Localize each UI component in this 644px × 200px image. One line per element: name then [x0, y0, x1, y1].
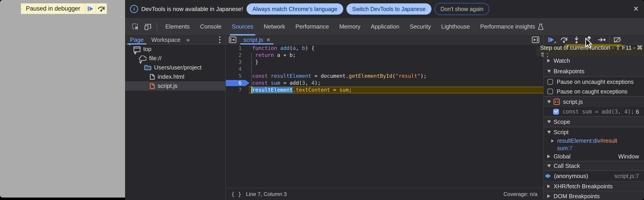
gutter-line-number[interactable]: 4	[226, 66, 246, 73]
scope-script-row[interactable]: Script	[544, 127, 644, 137]
token: sum	[340, 87, 349, 93]
code-line-3[interactable]: 3 }	[226, 59, 543, 66]
tab-sources[interactable]: Sources	[227, 18, 258, 35]
token	[268, 80, 271, 86]
breakpoints-section-header[interactable]: Breakpoints	[544, 66, 644, 76]
expander-open-icon[interactable]	[134, 55, 137, 62]
scope-var-value-tag: div	[593, 138, 600, 144]
code-text	[249, 66, 543, 73]
code-line-1[interactable]: 1function add(a, b) {	[226, 45, 543, 52]
code-text: const sum = add(3, 4);	[249, 80, 543, 86]
gutter-line-number[interactable]: 3	[226, 59, 246, 66]
xhr-breakpoints-label: XHR/fetch Breakpoints	[554, 183, 613, 190]
indent-guide	[251, 52, 252, 86]
gutter-line-number[interactable]: 1	[226, 45, 246, 52]
resume-button[interactable]	[545, 35, 558, 44]
tab-console[interactable]: Console	[195, 18, 226, 35]
scope-var-resultelement[interactable]: resultElement: div#result	[544, 137, 644, 145]
code-line-7[interactable]: 7resultElement.textContent = sum;	[226, 86, 543, 93]
token	[268, 73, 271, 79]
tab-security[interactable]: Security	[405, 18, 436, 35]
tab-network[interactable]: Network	[258, 18, 290, 35]
watch-label: Watch	[554, 57, 570, 64]
scope-var-sum[interactable]: sum: 7	[544, 145, 644, 152]
gutter-line-number[interactable]: 7	[226, 86, 246, 93]
token: = add(	[280, 80, 302, 86]
tree-item-users-user-project[interactable]: Users/user/project	[125, 63, 226, 72]
step-button[interactable]	[596, 35, 608, 44]
tree-item-script-js[interactable]: script.js	[125, 81, 226, 91]
match-language-button[interactable]: Always match Chrome's language	[246, 3, 343, 14]
sources-panel: Page Workspace » topfile://Users/user/pr…	[125, 35, 644, 200]
breakpoint-entry-row[interactable]: const sum = add(3, 4); 6	[544, 107, 644, 116]
code-line-6[interactable]: 6const sum = add(3, 4);	[226, 80, 543, 86]
code-line-4[interactable]: 4	[226, 66, 543, 73]
tab-lighthouse[interactable]: Lighthouse	[436, 18, 475, 35]
tab-memory[interactable]: Memory	[334, 18, 366, 35]
call-frame-location: script.js:7	[614, 173, 639, 180]
tab-elements[interactable]: Elements	[160, 18, 195, 35]
inspect-element-icon[interactable]	[132, 23, 139, 30]
pause-caught-row[interactable]: Pause on caught exceptions	[544, 87, 644, 96]
resume-script-icon[interactable]	[85, 4, 96, 13]
call-stack-section-header[interactable]: Call Stack	[544, 161, 644, 170]
line-number: 7	[238, 87, 242, 93]
code-line-5[interactable]: 5const resultElement = document.getEleme…	[226, 73, 543, 80]
deactivate-breakpoints-button[interactable]	[611, 35, 624, 44]
breakpoint-entry-code: const sum = add(3, 4);	[562, 109, 634, 115]
tab-workspace[interactable]: Workspace	[149, 35, 183, 44]
pause-uncaught-checkbox[interactable]	[547, 79, 553, 85]
script-file-icon	[554, 99, 560, 105]
code-editor[interactable]: 1function add(a, b) {2 return a + b;3 }4…	[226, 44, 543, 188]
tab-application[interactable]: Application	[366, 18, 404, 35]
tab-page[interactable]: Page	[127, 35, 146, 44]
tab-label: Performance insights	[480, 23, 535, 30]
navigator-menu-icon[interactable]	[218, 35, 221, 44]
token: = document.	[311, 73, 349, 79]
pause-caught-checkbox[interactable]	[547, 89, 553, 94]
token: const	[252, 73, 268, 79]
xhr-breakpoints-header[interactable]: XHR/fetch Breakpoints	[544, 182, 644, 191]
breakpoint-group-row[interactable]: script.js	[544, 97, 644, 107]
call-frame-row[interactable]: (anonymous) script.js:7	[544, 171, 644, 181]
hide-navigator-icon[interactable]	[228, 36, 237, 43]
browser-window: Paused in debugger i DevTools is now ava…	[0, 0, 644, 200]
step-into-button[interactable]	[570, 35, 583, 44]
infobar-close-icon[interactable]: ×	[634, 4, 638, 13]
code-line-2[interactable]: 2 return a + b;	[226, 52, 543, 59]
navigator-tabs: Page Workspace »	[125, 35, 226, 44]
code-text: const resultElement = document.getElemen…	[249, 73, 543, 80]
pretty-print-icon[interactable]: { }	[231, 191, 241, 198]
token: return	[255, 52, 274, 58]
line-number: 2	[238, 52, 242, 58]
expander-open-icon[interactable]	[139, 64, 142, 71]
token: ;	[349, 87, 352, 93]
expander-open-icon[interactable]	[128, 46, 131, 53]
scope-section-header[interactable]: Scope	[544, 117, 644, 127]
hide-debugger-sidebar-icon[interactable]	[532, 36, 540, 43]
more-tabs-icon[interactable]: »	[186, 36, 190, 43]
tab-close-icon[interactable]: ×	[266, 36, 270, 43]
tab-performance[interactable]: Performance	[290, 18, 334, 35]
switch-japanese-button[interactable]: Switch DevTools to Japanese	[346, 3, 432, 14]
breakpoint-entry-checkbox[interactable]	[553, 109, 559, 115]
step-over-icon[interactable]	[96, 4, 106, 13]
dont-show-again-button[interactable]: Don't show again	[434, 3, 489, 15]
gutter-line-number[interactable]: 2	[226, 52, 246, 59]
tree-item-label: Users/user/project	[154, 64, 202, 71]
editor-tab-scriptjs[interactable]: script.js ×	[240, 35, 274, 44]
step-over-button[interactable]	[558, 35, 570, 44]
code-text: resultElement.textContent = sum;	[249, 86, 543, 93]
dom-breakpoints-header[interactable]: DOM Breakpoints	[544, 192, 644, 200]
pause-uncaught-row[interactable]: Pause on uncaught exceptions	[544, 77, 644, 87]
scope-label: Scope	[554, 118, 570, 125]
gutter-line-number[interactable]: 5	[226, 73, 246, 80]
gutter-breakpoint[interactable]: 6	[226, 80, 246, 86]
tab-performance-insights[interactable]: Performance insights	[475, 18, 549, 35]
tree-item-top[interactable]: top	[125, 44, 226, 54]
token: add	[280, 45, 290, 51]
scope-global-row[interactable]: Global Window	[544, 152, 644, 161]
code-text: }	[249, 59, 543, 66]
device-toolbar-icon[interactable]	[144, 23, 152, 30]
tree-item-index-html[interactable]: index.html	[125, 72, 226, 81]
